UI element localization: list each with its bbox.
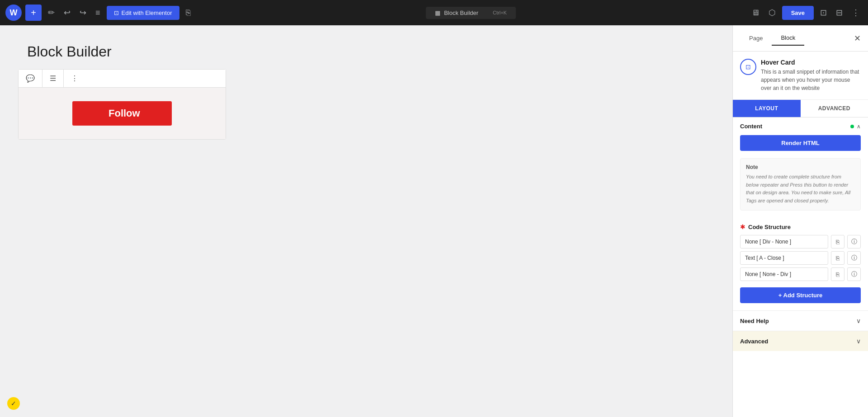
structure-info-btn-2[interactable]: ⓘ [847, 251, 861, 265]
structure-input-1[interactable] [740, 235, 828, 248]
list-icon: ≡ [95, 8, 100, 18]
copy-icon-2: ⎘ [836, 255, 840, 262]
structure-copy-btn-1[interactable]: ⎘ [831, 235, 844, 248]
chevron-up-icon: ∧ [857, 123, 861, 130]
status-indicator: ✓ [7, 397, 20, 410]
pencil-icon: ✏ [48, 8, 55, 18]
block-builder-search[interactable]: ▦ Block Builder Ctrl+K [426, 7, 516, 19]
edit-elementor-button[interactable]: ⊡ Edit with Elementor [107, 6, 179, 20]
content-section-header: Content ∧ [740, 123, 861, 130]
page-tab[interactable]: Page [740, 31, 772, 46]
block-widget-list-button[interactable]: ☰ [42, 70, 64, 87]
external-link-button[interactable]: ⬡ [766, 5, 778, 20]
panel-body: ⊡ Hover Card This is a small snippet of … [733, 52, 868, 417]
content-section-title: Content [740, 123, 762, 130]
need-help-section[interactable]: Need Help ∨ [733, 310, 868, 331]
block-widget-toolbar: 💬 ☰ ⋮ [19, 70, 226, 88]
copy-icon: ⎘ [186, 8, 191, 18]
undo-button[interactable]: ↩ [61, 5, 73, 20]
block-icon: ▦ [435, 9, 440, 16]
responsive-icon: ⊡ [820, 8, 827, 18]
list-view-button[interactable]: ≡ [93, 5, 103, 20]
list-view-icon: ☰ [50, 75, 56, 82]
block-widget-more-button[interactable]: ⋮ [64, 70, 85, 87]
settings-icon: ⊟ [836, 8, 843, 18]
panel-header: Page Block ✕ [733, 25, 868, 52]
green-dot [850, 125, 854, 128]
layout-advanced-tabs: LAYOUT ADVANCED [733, 100, 868, 117]
panel-close-button[interactable]: ✕ [854, 33, 861, 43]
advanced-title: Advanced [740, 338, 768, 345]
more-options-button[interactable]: ⋮ [849, 5, 863, 20]
info-icon-3: ⓘ [851, 270, 857, 278]
close-icon: ✕ [854, 34, 861, 43]
responsive-button[interactable]: ⊡ [817, 5, 830, 20]
structure-copy-btn-2[interactable]: ⎘ [831, 251, 844, 265]
structure-input-2[interactable] [740, 251, 828, 265]
hover-card-description: This is a small snippet of information t… [761, 68, 861, 92]
hover-card-info: Hover Card This is a small snippet of in… [761, 59, 861, 92]
copy-button[interactable]: ⎘ [183, 5, 193, 20]
block-widget: 💬 ☰ ⋮ Follow [18, 69, 226, 140]
structure-row-3: ⎘ ⓘ [740, 267, 861, 281]
info-icon-2: ⓘ [851, 254, 857, 262]
note-text: You need to create complete structure fr… [746, 173, 855, 205]
layout-tab[interactable]: LAYOUT [733, 100, 801, 117]
panel-tabs: Page Block [740, 31, 804, 46]
toolbar-right: 🖥 ⬡ Save ⊡ ⊟ ⋮ [749, 5, 863, 20]
main-toolbar: W + ✏ ↩ ↪ ≡ ⊡ Edit with Elementor ⎘ ▦ Bl… [0, 0, 868, 25]
more-dots-icon: ⋮ [71, 75, 78, 82]
structure-copy-btn-3[interactable]: ⎘ [831, 267, 844, 281]
advanced-chevron-icon: ∨ [856, 337, 861, 345]
edit-tool-button[interactable]: ✏ [45, 5, 57, 20]
hover-icon-symbol: ⊡ [745, 63, 751, 70]
main-area: Block Builder 💬 ☰ ⋮ Follow ✓ [0, 25, 868, 417]
wp-logo: W [5, 5, 22, 21]
hover-card-icon: ⊡ [740, 59, 756, 75]
advanced-section[interactable]: Advanced ∨ [733, 331, 868, 351]
info-icon-1: ⓘ [851, 238, 857, 246]
need-help-title: Need Help [740, 318, 769, 324]
desktop-icon: 🖥 [751, 8, 760, 18]
section-indicator: ∧ [850, 123, 861, 130]
save-button[interactable]: Save [782, 6, 814, 20]
add-structure-button[interactable]: + Add Structure [740, 287, 861, 303]
canvas-area: Block Builder 💬 ☰ ⋮ Follow ✓ [0, 25, 732, 417]
block-tab[interactable]: Block [772, 31, 804, 46]
hover-card-title: Hover Card [761, 59, 861, 66]
code-structure-section: ✱ Code Structure ⎘ ⓘ [733, 223, 868, 310]
elementor-icon: ⊡ [114, 9, 119, 16]
page-title: Block Builder [27, 43, 112, 60]
toolbar-center: ▦ Block Builder Ctrl+K [197, 7, 745, 19]
required-icon: ✱ [740, 223, 745, 230]
more-icon: ⋮ [852, 8, 860, 18]
desktop-view-button[interactable]: 🖥 [749, 5, 762, 20]
structure-info-btn-1[interactable]: ⓘ [847, 235, 861, 248]
follow-button[interactable]: Follow [72, 101, 172, 126]
advanced-layout-tab[interactable]: ADVANCED [801, 100, 868, 117]
structure-row-2: ⎘ ⓘ [740, 251, 861, 265]
right-panel: Page Block ✕ ⊡ Hover Card This is a smal… [732, 25, 868, 417]
content-section: Content ∧ Render HTML Note You need to c… [733, 117, 868, 223]
external-icon: ⬡ [769, 8, 776, 18]
structure-info-btn-3[interactable]: ⓘ [847, 267, 861, 281]
code-structure-header: ✱ Code Structure [740, 223, 861, 230]
structure-input-3[interactable] [740, 267, 828, 281]
note-title: Note [746, 164, 855, 170]
note-box: Note You need to create complete structu… [740, 158, 861, 211]
add-block-button[interactable]: + [25, 5, 42, 21]
hover-card-section: ⊡ Hover Card This is a small snippet of … [733, 52, 868, 100]
copy-icon-3: ⎘ [836, 271, 840, 278]
block-widget-comment-button[interactable]: 💬 [19, 70, 42, 87]
block-content: Follow [19, 88, 226, 139]
render-html-button[interactable]: Render HTML [740, 135, 861, 151]
code-structure-title: Code Structure [748, 224, 791, 230]
comment-icon: 💬 [26, 75, 35, 82]
undo-icon: ↩ [64, 8, 71, 18]
redo-button[interactable]: ↪ [77, 5, 89, 20]
structure-row-1: ⎘ ⓘ [740, 235, 861, 248]
hover-card-header: ⊡ Hover Card This is a small snippet of … [740, 59, 861, 92]
settings-button[interactable]: ⊟ [833, 5, 845, 20]
redo-icon: ↪ [80, 8, 86, 18]
copy-icon-1: ⎘ [836, 239, 840, 245]
